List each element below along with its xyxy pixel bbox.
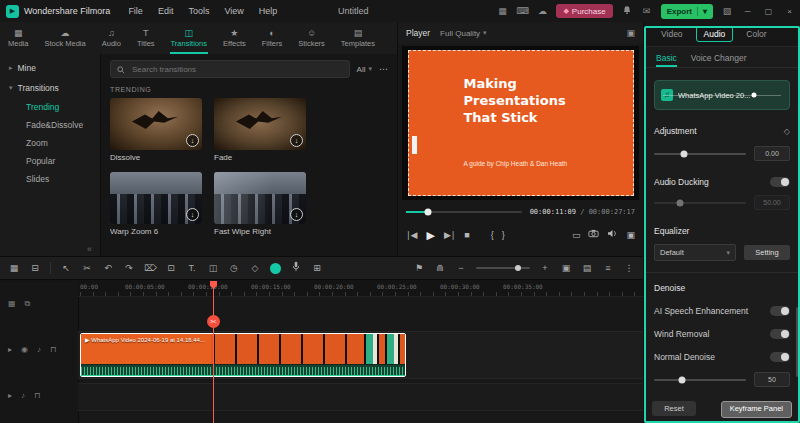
close-button[interactable]: × [783, 7, 796, 16]
preview-slide[interactable]: Making Presentations That Stick A guide … [408, 50, 634, 196]
zoom-in-icon[interactable]: + [539, 262, 551, 274]
audio-track-expand-icon[interactable]: ▸ [8, 391, 12, 400]
menu-edit[interactable]: Edit [158, 6, 174, 16]
download-icon[interactable]: ↓ [186, 134, 199, 147]
tab-effects[interactable]: ★Effects [215, 22, 254, 54]
audio-mixer-icon[interactable]: ⊟ [29, 262, 41, 274]
search-box[interactable] [110, 60, 350, 78]
menu-tools[interactable]: Tools [188, 6, 209, 16]
download-icon[interactable]: ↓ [290, 134, 303, 147]
keyframe-panel-button[interactable]: Keyframe Panel [721, 401, 792, 418]
tab-audio[interactable]: Audio [696, 26, 734, 42]
normal-denoise-toggle[interactable] [770, 352, 790, 362]
sidebar-item-slides[interactable]: Slides [0, 170, 100, 188]
video-track-hide-icon[interactable]: ◉ [21, 345, 28, 354]
subtab-basic[interactable]: Basic [656, 53, 677, 67]
download-icon[interactable]: ↓ [290, 208, 303, 221]
zoom-out-icon[interactable]: − [455, 262, 467, 274]
media-panel-icon[interactable]: ▦ [8, 262, 20, 274]
transition-card-fast-wipe[interactable]: ↓ Fast Wipe Right [214, 172, 306, 236]
volume-icon[interactable] [607, 229, 618, 241]
subtab-voice-changer[interactable]: Voice Changer [691, 53, 747, 67]
sidebar-item-fade-dissolve[interactable]: Fade&Dissolve [0, 116, 100, 134]
volume-slider[interactable] [654, 153, 746, 155]
timeline-menu-icon[interactable]: ≡ [602, 262, 614, 274]
menu-file[interactable]: File [128, 6, 143, 16]
collapse-sidebar-icon[interactable]: « [87, 244, 92, 254]
sidebar-group-transitions[interactable]: ▾Transitions [0, 78, 100, 98]
speed-tool-icon[interactable]: ◷ [228, 262, 240, 274]
playback-scrubber[interactable] [406, 211, 522, 213]
selected-clip-card[interactable]: ♫ WhatsApp Video 20... [654, 80, 790, 110]
transition-thumbnail[interactable]: ↓ [110, 172, 202, 224]
audio-track-lock-icon[interactable]: ⊓ [34, 391, 40, 400]
video-track-lock-icon[interactable]: ⊓ [50, 345, 56, 354]
audio-track-mute-icon[interactable]: ♪ [21, 391, 25, 400]
more-options-icon[interactable]: ⋯ [379, 64, 388, 74]
sidebar-item-trending[interactable]: Trending [0, 98, 100, 116]
keyframe-tool-icon[interactable]: ◇ [249, 262, 261, 274]
volume-value[interactable]: 0.00 [754, 146, 790, 161]
timeline-ruler[interactable]: 00:00 00:00:05:00 00:00:10:00 00:00:15:0… [78, 281, 643, 297]
tab-video[interactable]: Video [654, 27, 690, 41]
tab-audio[interactable]: ♫Audio [94, 22, 129, 54]
mark-out-button[interactable]: } [502, 229, 505, 241]
search-input[interactable] [130, 64, 343, 75]
play-button[interactable]: ▶ [426, 229, 434, 241]
audio-track-lane[interactable] [78, 383, 643, 411]
menu-view[interactable]: View [224, 6, 243, 16]
volume-keyframe-handle[interactable] [752, 93, 757, 98]
next-frame-button[interactable]: ▶∣ [444, 229, 455, 241]
timeline-zoom-slider[interactable] [476, 267, 530, 269]
stop-button[interactable]: ■ [464, 229, 469, 241]
ai-tool-icon[interactable] [270, 263, 281, 274]
mark-in-button[interactable]: { [491, 229, 494, 241]
wind-removal-toggle[interactable] [770, 329, 790, 339]
tab-stickers[interactable]: ☺Stickers [290, 22, 333, 54]
fullscreen-icon[interactable]: ▣ [626, 229, 635, 241]
purchase-button[interactable]: ◆Purchase [556, 4, 612, 18]
playhead-line[interactable] [213, 281, 214, 423]
zoom-slider-handle[interactable] [515, 265, 521, 271]
tab-stock-media[interactable]: ☁Stock Media [36, 22, 93, 54]
undo-icon[interactable]: ↶ [102, 262, 114, 274]
reset-button[interactable]: Reset [652, 401, 696, 416]
crop-tool-icon[interactable]: ⊡ [165, 262, 177, 274]
video-track-expand-icon[interactable]: ▸ [8, 345, 12, 354]
sidebar-item-zoom[interactable]: Zoom [0, 134, 100, 152]
tab-templates[interactable]: ▤Templates [333, 22, 383, 54]
sidebar-group-mine[interactable]: ▸Mine [0, 58, 100, 78]
marker-icon[interactable]: ⚑ [413, 262, 425, 274]
aspect-ratio-button[interactable]: ▭ [572, 229, 581, 241]
bell-icon[interactable] [621, 5, 633, 18]
transition-thumbnail[interactable]: ↓ [110, 98, 202, 150]
manage-tracks-icon[interactable]: ▦ [8, 299, 16, 309]
ducking-level-slider[interactable] [654, 202, 746, 204]
snapshot-icon[interactable] [588, 229, 599, 241]
quality-dropdown[interactable]: Full Quality▾ [440, 29, 487, 38]
keyframe-diamond-icon[interactable]: ◇ [784, 127, 790, 136]
more-vertical-icon[interactable]: ⋮ [623, 262, 635, 274]
audio-ducking-toggle[interactable] [770, 177, 790, 187]
keyboard-shortcut-icon[interactable]: ⌨ [516, 5, 528, 17]
denoise-value[interactable]: 50 [754, 372, 790, 387]
tab-titles[interactable]: TTitles [129, 22, 163, 54]
scrollbar[interactable] [796, 307, 799, 377]
record-icon[interactable]: ⊞ [311, 262, 323, 274]
equalizer-preset-select[interactable]: Default▾ [654, 244, 736, 261]
transition-card-fade[interactable]: ↓ Fade [214, 98, 306, 162]
minimize-button[interactable]: ─ [741, 7, 754, 16]
scrubber-handle[interactable] [424, 209, 431, 216]
ducking-slider-handle[interactable] [676, 199, 683, 206]
text-tool-icon[interactable]: T. [186, 262, 198, 274]
transition-card-warp-zoom[interactable]: ↓ Warp Zoom 6 [110, 172, 202, 236]
denoise-strength-slider[interactable] [654, 379, 746, 381]
redo-icon[interactable]: ↷ [123, 262, 135, 274]
export-chevron-icon[interactable]: ▾ [703, 7, 707, 16]
layout-switch-icon[interactable]: ▧ [721, 5, 733, 17]
ai-speech-toggle[interactable] [770, 306, 790, 316]
playhead-split-icon[interactable]: ✂ [207, 315, 220, 328]
pointer-tool-icon[interactable]: ↖ [60, 262, 72, 274]
menu-help[interactable]: Help [259, 6, 278, 16]
previous-frame-button[interactable]: ∣◀ [406, 229, 417, 241]
